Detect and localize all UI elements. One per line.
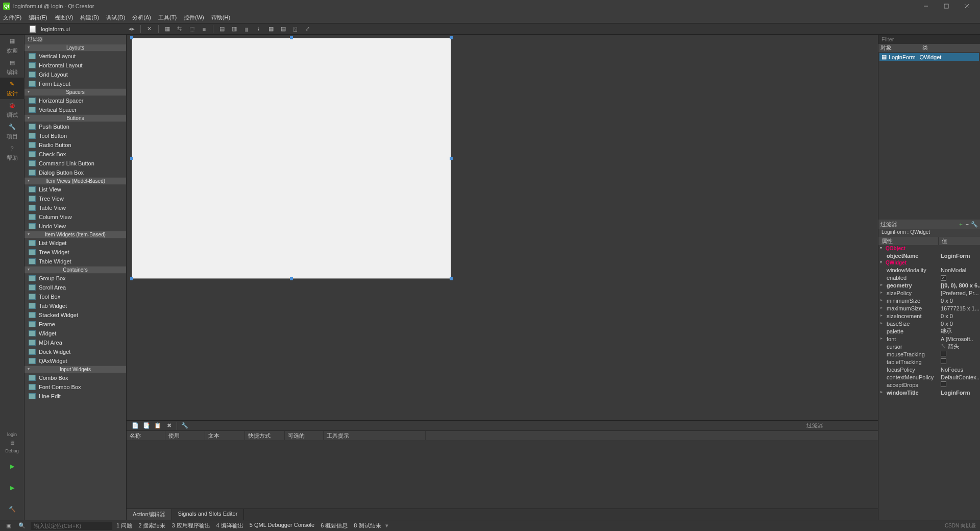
widget-item[interactable]: Tree View (24, 194, 126, 203)
output-pane-button[interactable]: 5 QML Debugger Console (250, 522, 314, 529)
widget-item[interactable]: Line Edit (24, 392, 126, 401)
dropdown-icon[interactable]: ▾ (385, 522, 388, 529)
build-button[interactable]: 🔨 (0, 498, 24, 520)
form-canvas-area[interactable] (127, 35, 878, 420)
widget-category[interactable]: Spacers (24, 88, 126, 96)
widget-item[interactable]: Vertical Spacer (24, 105, 126, 114)
prop-row-focusPolicy[interactable]: focusPolicyNoFocus (878, 366, 980, 373)
prop-row-mouseTracking[interactable]: mouseTracking (878, 350, 980, 358)
resize-handle[interactable] (290, 277, 293, 280)
menu-item[interactable]: 工具(T) (158, 14, 177, 21)
run-button[interactable]: ▶ (0, 455, 24, 477)
widget-category[interactable]: Containers (24, 266, 126, 274)
widget-item[interactable]: Tree Widget (24, 248, 126, 257)
checkbox-icon[interactable] (941, 351, 946, 356)
output-pane-button[interactable]: 6 概要信息 (321, 522, 348, 529)
prop-row-acceptDrops[interactable]: acceptDrops (878, 381, 980, 389)
layout-vsplit-icon[interactable]: ⫶ (254, 25, 263, 34)
widget-item[interactable]: Dialog Button Box (24, 168, 126, 177)
widget-item[interactable]: Column View (24, 212, 126, 222)
delete-action-icon[interactable]: ✖ (164, 421, 174, 430)
adjust-size-icon[interactable]: ⤢ (303, 25, 312, 34)
close-file-icon[interactable]: ✕ (145, 25, 154, 34)
prop-row-sizeIncrement[interactable]: sizeIncrement0 x 0 (878, 312, 980, 320)
prop-row-enabled[interactable]: enabled✓ (878, 274, 980, 281)
layout-h-icon[interactable]: ▤ (217, 25, 227, 34)
widget-item[interactable]: Grid Layout (24, 70, 126, 79)
menu-item[interactable]: 帮助(H) (211, 14, 230, 21)
target-selector[interactable]: login🖥Debug (0, 430, 24, 455)
new-action-icon[interactable]: 📄 (131, 421, 140, 430)
widget-item[interactable]: Table Widget (24, 257, 126, 266)
widget-item[interactable]: Table View (24, 203, 126, 212)
menu-item[interactable]: 视图(V) (55, 14, 74, 21)
resize-handle[interactable] (130, 36, 133, 39)
remove-dynamic-prop-icon[interactable]: − (966, 221, 969, 227)
edit-signals-icon[interactable]: ⇆ (175, 25, 184, 34)
action-tab[interactable]: Signals and Slots Editor (172, 509, 244, 520)
widget-item[interactable]: Push Button (24, 122, 126, 131)
minimize-button[interactable] (916, 0, 936, 12)
widget-item[interactable]: Tool Box (24, 292, 126, 301)
widget-category[interactable]: Input Widgets (24, 366, 126, 373)
action-col[interactable]: 可选的 (285, 431, 324, 440)
add-dynamic-prop-icon[interactable]: ＋ (958, 221, 964, 228)
dropdown-icon[interactable]: ◂▸ (127, 25, 136, 34)
widget-item[interactable]: List View (24, 185, 126, 194)
widget-item[interactable]: Combo Box (24, 373, 126, 382)
debug-run-button[interactable]: ▶ (0, 477, 24, 498)
object-filter-input[interactable] (878, 35, 980, 44)
mode-欢迎[interactable]: ▦欢迎 (0, 35, 24, 56)
mode-调试[interactable]: 🐞调试 (0, 99, 24, 120)
prop-row-contextMenuPolicy[interactable]: contextMenuPolicyDefaultContex.. (878, 373, 980, 381)
widget-item[interactable]: Frame (24, 320, 126, 329)
object-inspector[interactable]: ▦ LoginForm QWidget (878, 52, 980, 220)
break-layout-icon[interactable]: ⍂ (291, 25, 300, 34)
form-canvas[interactable] (132, 38, 451, 279)
prop-row-palette[interactable]: palette继承 (878, 327, 980, 335)
widget-category[interactable]: Item Views (Model-Based) (24, 177, 126, 185)
mode-设计[interactable]: ✎设计 (0, 78, 24, 99)
close-button[interactable] (957, 0, 977, 12)
prop-row-sizePolicy[interactable]: sizePolicy[Preferred, Pr... (878, 289, 980, 297)
action-col[interactable]: 工具提示 (324, 431, 426, 440)
widget-item[interactable]: List Widget (24, 238, 126, 248)
action-filter-label[interactable]: 过滤器 (806, 422, 878, 429)
mode-编辑[interactable]: ▤编辑 (0, 56, 24, 78)
widget-item[interactable]: Horizontal Layout (24, 61, 126, 70)
widget-item[interactable]: Stacked Widget (24, 310, 126, 320)
checkbox-icon[interactable] (941, 381, 946, 387)
layout-grid-icon[interactable]: ▦ (266, 25, 276, 34)
widget-item[interactable]: Command Link Button (24, 159, 126, 168)
locator-input[interactable] (31, 522, 112, 530)
layout-v-icon[interactable]: ▥ (230, 25, 239, 34)
prop-row-geometry[interactable]: geometry[(0, 0), 800 x 6.. (878, 281, 980, 289)
copy-action-icon[interactable]: 📑 (142, 421, 151, 430)
menu-item[interactable]: 控件(W) (184, 14, 204, 21)
output-pane-button[interactable]: 3 应用程序输出 (172, 522, 210, 529)
edit-buddies-icon[interactable]: ⬚ (187, 25, 197, 34)
prop-row-tabletTracking[interactable]: tabletTracking (878, 358, 980, 366)
widget-item[interactable]: Scroll Area (24, 283, 126, 292)
maximize-button[interactable] (936, 0, 957, 12)
object-row-loginform[interactable]: ▦ LoginForm QWidget (879, 53, 979, 61)
widget-item[interactable]: Dock Widget (24, 347, 126, 356)
action-col[interactable]: 使用 (165, 431, 205, 440)
widget-item[interactable]: Group Box (24, 274, 126, 283)
resize-handle[interactable] (450, 36, 453, 39)
widget-item[interactable]: Radio Button (24, 140, 126, 150)
menu-item[interactable]: 构建(B) (80, 14, 99, 21)
configure-icon[interactable]: 🔧 (180, 421, 189, 430)
edit-taborder-icon[interactable]: ≡ (200, 25, 209, 34)
resize-handle[interactable] (450, 157, 453, 160)
menu-item[interactable]: 调试(D) (106, 14, 125, 21)
layout-hsplit-icon[interactable]: ⫼ (242, 25, 251, 34)
action-col[interactable]: 名称 (127, 431, 165, 440)
prop-row-cursor[interactable]: cursor↖ 箭头 (878, 343, 980, 350)
widget-item[interactable]: Tab Widget (24, 301, 126, 310)
prop-row-font[interactable]: fontA [Microsoft.. (878, 335, 980, 343)
menu-item[interactable]: 文件(F) (3, 14, 21, 21)
output-pane-button[interactable]: 8 测试结果 (354, 522, 381, 529)
action-list[interactable] (127, 440, 878, 509)
resize-handle[interactable] (450, 277, 453, 280)
